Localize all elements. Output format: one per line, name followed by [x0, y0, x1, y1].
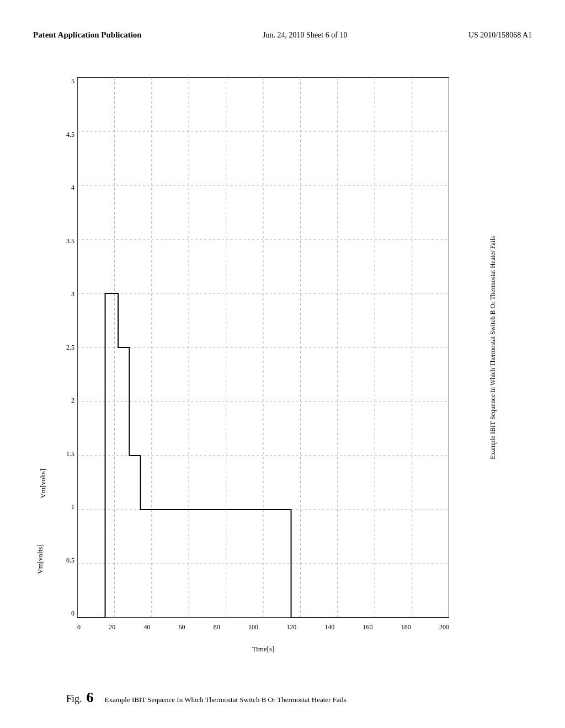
x-tick-140: 140	[324, 623, 334, 634]
x-tick-100: 100	[248, 623, 258, 634]
x-tick-160: 160	[363, 623, 373, 634]
x-axis-ticks: 0 20 40 60 80 100 120 140 160 180 200	[77, 623, 449, 634]
x-tick-0: 0	[77, 623, 81, 634]
y-axis-label-text: Vm[volts]	[39, 469, 47, 498]
y-tick-1: 1	[71, 503, 74, 511]
header-left: Patent Application Publication	[33, 30, 142, 40]
y-tick-1.5: 1.5	[66, 450, 74, 458]
x-tick-80: 80	[214, 623, 220, 634]
x-tick-40: 40	[143, 623, 150, 634]
y-axis-ticks: 0 0.5 1 1.5 2 2.5 3 3.5 4 4.5 5	[44, 77, 74, 618]
y-tick-3: 3	[71, 290, 74, 298]
fig-label: Fig.	[66, 693, 82, 705]
chart-svg	[77, 77, 449, 618]
y-tick-4: 4	[71, 184, 74, 192]
x-tick-200: 200	[439, 623, 449, 634]
x-tick-60: 60	[179, 623, 185, 634]
y-tick-2: 2	[71, 397, 74, 405]
y-tick-4.5: 4.5	[66, 131, 74, 139]
y-axis-label: Vm[volts]	[36, 543, 45, 576]
y-tick-0.5: 0.5	[66, 556, 74, 565]
x-tick-180: 180	[401, 623, 411, 634]
fig-number: 6	[87, 689, 94, 706]
y-tick-2.5: 2.5	[66, 344, 74, 352]
right-title: Example IBIT Sequence In Which Thermosta…	[455, 77, 532, 618]
y-tick-3.5: 3.5	[66, 237, 74, 245]
header-center: Jun. 24, 2010 Sheet 6 of 10	[263, 31, 347, 40]
fig-label-area: Fig. 6 Example IBIT Sequence In Which Th…	[66, 689, 347, 706]
chart-area: Vm[volts]	[33, 77, 532, 662]
page: Patent Application Publication Jun. 24, …	[0, 0, 565, 728]
fig-description: Example IBIT Sequence In Which Thermosta…	[105, 695, 347, 704]
header: Patent Application Publication Jun. 24, …	[33, 30, 532, 40]
y-tick-0: 0	[71, 609, 74, 618]
y-tick-5: 5	[71, 77, 74, 85]
x-tick-20: 20	[109, 623, 115, 634]
header-right: US 2010/158068 A1	[468, 31, 532, 40]
x-tick-120: 120	[286, 623, 296, 634]
right-title-text: Example IBIT Sequence In Which Thermosta…	[489, 236, 498, 459]
y-axis-label: Vm[volts]	[33, 303, 44, 347]
x-axis-label: Time[s]	[77, 645, 449, 654]
